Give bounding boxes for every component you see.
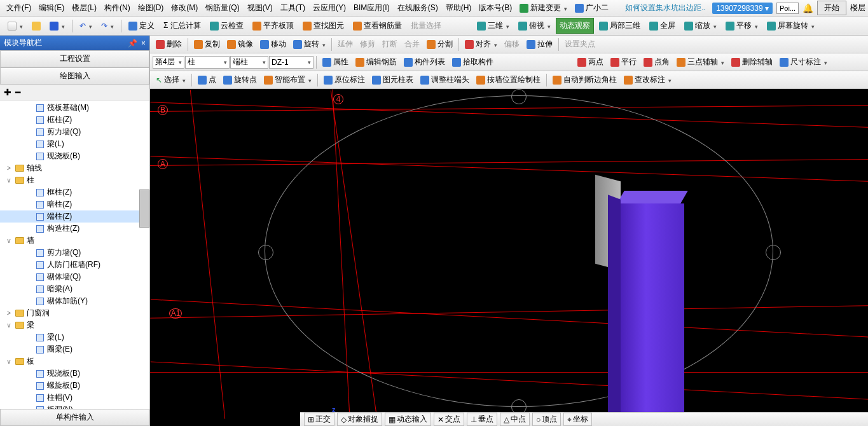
- find-elem-button[interactable]: 查找图元: [299, 18, 348, 34]
- tree-toggle-icon[interactable]: v: [5, 358, 13, 365]
- tree-item[interactable]: 板洞(N): [0, 404, 149, 409]
- dim-annot-button[interactable]: 尺寸标注: [776, 55, 830, 69]
- set-grip-button[interactable]: 设置夹点: [561, 37, 598, 52]
- mid-toggle[interactable]: △ 中点: [500, 413, 530, 426]
- rotate-button[interactable]: 旋转: [290, 37, 329, 52]
- column-3d[interactable]: [608, 178, 697, 426]
- elem-list-button[interactable]: 构件列表: [401, 55, 448, 69]
- intersect-toggle[interactable]: ✕ 交点: [434, 413, 464, 426]
- tree-toggle-icon[interactable]: v: [5, 322, 13, 329]
- tree-item[interactable]: 梁(L): [0, 138, 149, 150]
- view-rebar-button[interactable]: 查看钢筋量: [349, 18, 406, 34]
- tree-item[interactable]: 圈梁(E): [0, 343, 149, 355]
- rot-point-button[interactable]: 旋转点: [220, 72, 260, 87]
- new-button[interactable]: [4, 19, 27, 33]
- nav-tree[interactable]: 筏板基础(M)框柱(Z)剪力墙(Q)梁(L)现浇板(B)>轴线v柱框柱(Z)暗柱…: [0, 100, 149, 409]
- viewport-3d[interactable]: B A A1 4 z y x: [150, 89, 868, 426]
- auto-edge-button[interactable]: 自动判断边角柱: [549, 72, 620, 87]
- pin-icon[interactable]: 📌: [128, 39, 137, 48]
- elem-table-button[interactable]: 图元柱表: [369, 72, 417, 87]
- tree-item[interactable]: >轴线: [0, 162, 149, 174]
- menu-version[interactable]: 版本号(B): [475, 1, 516, 15]
- view-annot-button[interactable]: 查改标注: [621, 72, 675, 87]
- merge-button[interactable]: 合并: [401, 37, 423, 52]
- select-button[interactable]: ↖选择: [153, 72, 189, 87]
- tree-item[interactable]: 螺旋板(B): [0, 380, 149, 392]
- two-pt-button[interactable]: 两点: [574, 55, 607, 69]
- fullscreen-button[interactable]: 全屏: [645, 18, 679, 34]
- tree-item[interactable]: 框柱(Z): [0, 114, 149, 126]
- section-single[interactable]: 单构件输入: [0, 409, 149, 426]
- tree-item[interactable]: 现浇板(B): [0, 368, 149, 380]
- tree-item[interactable]: 暗梁(A): [0, 283, 149, 295]
- tree-item[interactable]: 人防门框墙(RF): [0, 259, 149, 271]
- attrs-button[interactable]: 属性: [319, 55, 352, 69]
- point-button[interactable]: 点: [195, 72, 219, 87]
- menu-rebar[interactable]: 钢筋量(Q): [202, 1, 243, 15]
- cloud-check-button[interactable]: 云检查: [206, 18, 247, 34]
- del-aux-button[interactable]: 删除辅轴: [728, 55, 776, 69]
- offset-button[interactable]: 偏移: [501, 37, 523, 52]
- screen-rotate-button[interactable]: 屏幕旋转: [763, 18, 818, 34]
- tree-item[interactable]: v墙: [0, 235, 149, 247]
- subtype-select[interactable]: 端柱: [230, 56, 268, 69]
- extend-button[interactable]: 延伸: [334, 37, 356, 52]
- redo-button[interactable]: ↷: [97, 19, 118, 33]
- orbit-handle-right[interactable]: [766, 245, 781, 260]
- dynamic-observe-button[interactable]: 动态观察: [556, 18, 594, 34]
- delete-button[interactable]: 删除: [153, 37, 185, 52]
- tree-item[interactable]: 砌体墙(Q): [0, 271, 149, 283]
- menu-online[interactable]: 在线服务(S): [394, 1, 442, 15]
- menu-file[interactable]: 文件(F): [3, 1, 35, 15]
- pan-button[interactable]: 平移: [722, 18, 762, 34]
- move-button[interactable]: 移动: [257, 37, 289, 52]
- mirror-button[interactable]: 镜像: [224, 37, 256, 52]
- tree-toggle-icon[interactable]: v: [5, 237, 13, 244]
- tree-item[interactable]: 筏板基础(M): [0, 102, 149, 114]
- tree-item[interactable]: 构造柱(Z): [0, 223, 149, 235]
- tree-item[interactable]: 端柱(Z): [0, 210, 149, 223]
- draw-by-wall-button[interactable]: 按墙位置绘制柱: [473, 72, 544, 87]
- copy-button[interactable]: 复制: [191, 37, 223, 52]
- define-button[interactable]: 定义: [125, 18, 158, 34]
- sum-button[interactable]: Σ 汇总计算: [160, 18, 205, 34]
- batch-select-button[interactable]: 批量选择: [407, 18, 445, 34]
- save-button[interactable]: [46, 19, 69, 33]
- floor-select[interactable]: 第4层: [153, 56, 184, 69]
- menu-bim[interactable]: BIM应用(I): [350, 1, 394, 15]
- menu-cloud[interactable]: 云应用(Y): [309, 1, 350, 15]
- menu-tools[interactable]: 工具(T): [277, 1, 309, 15]
- open-button[interactable]: [28, 19, 45, 33]
- orbit-handle-top[interactable]: [511, 89, 527, 104]
- section-draw[interactable]: 绘图输入: [0, 67, 149, 85]
- tree-item[interactable]: 梁(L): [0, 331, 149, 343]
- osnap-toggle[interactable]: ◇ 对象捕捉: [337, 413, 382, 426]
- tree-item[interactable]: 柱帽(V): [0, 392, 149, 404]
- tree-item[interactable]: v柱: [0, 174, 149, 186]
- menu-edit[interactable]: 编辑(E): [35, 1, 68, 15]
- adjust-head-button[interactable]: 调整柱端头: [417, 72, 472, 87]
- close-icon[interactable]: ×: [141, 39, 146, 48]
- undo-button[interactable]: ↶: [76, 19, 96, 33]
- collapse-icon[interactable]: ━: [15, 87, 20, 97]
- orig-annot-button[interactable]: 原位标注: [320, 72, 368, 87]
- coord-toggle[interactable]: ⌖ 坐标: [563, 413, 592, 426]
- tree-item[interactable]: v梁: [0, 319, 149, 331]
- tree-toggle-icon[interactable]: >: [5, 165, 13, 172]
- tree-item[interactable]: v板: [0, 355, 149, 368]
- 3d-button[interactable]: 三维: [473, 18, 513, 34]
- section-project[interactable]: 工程设置: [0, 50, 149, 67]
- ortho-toggle[interactable]: ⊞ 正交: [304, 413, 334, 426]
- smart-layout-button[interactable]: 智能布置: [261, 72, 315, 87]
- menu-modify[interactable]: 修改(M): [167, 1, 202, 15]
- zoom-button[interactable]: 缩放: [680, 18, 720, 34]
- split-button[interactable]: 分割: [424, 37, 456, 52]
- angle-button[interactable]: 点角: [640, 55, 673, 69]
- bell-icon[interactable]: 🔔: [803, 3, 813, 13]
- type-select[interactable]: 柱: [185, 56, 230, 69]
- help-link[interactable]: 如何设置集水坑出边距..: [623, 3, 708, 13]
- tree-item[interactable]: 框柱(Z): [0, 186, 149, 198]
- tree-item[interactable]: >门窗洞: [0, 307, 149, 319]
- guangxiaoer-button[interactable]: 广小二: [571, 0, 612, 16]
- tree-item[interactable]: 暗柱(Z): [0, 198, 149, 210]
